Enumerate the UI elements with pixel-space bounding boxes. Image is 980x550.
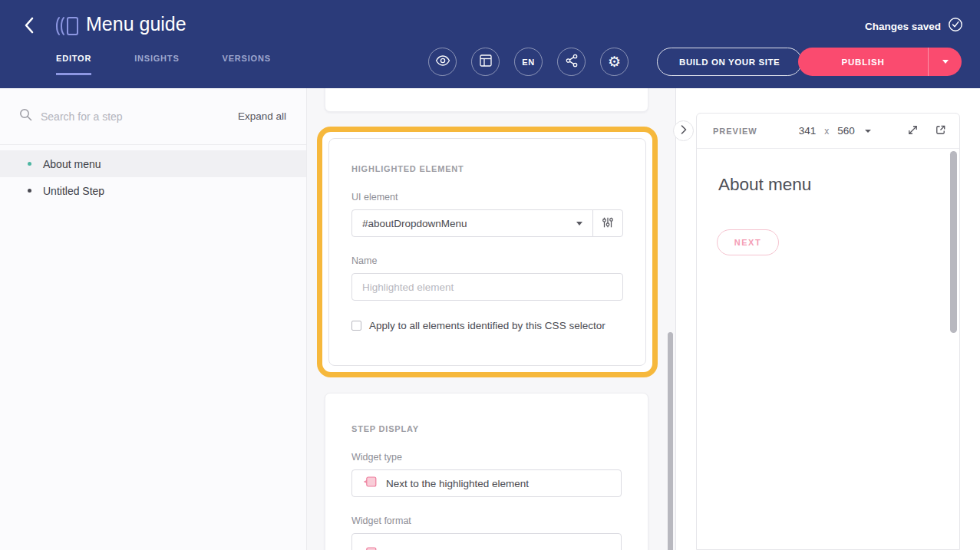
preview-step-title: About menu: [718, 175, 811, 195]
publish-button[interactable]: PUBLISH: [798, 48, 928, 76]
expand-preview-button[interactable]: [906, 124, 919, 139]
section-title: STEP DISPLAY: [351, 424, 622, 433]
header-actions: EN ⚙ BUILD ON YOUR SITE: [428, 48, 802, 76]
ui-element-label: UI element: [351, 192, 623, 203]
editor-scrollbar[interactable]: [668, 332, 673, 550]
step-label: Untitled Step: [43, 185, 104, 197]
chevron-down-icon: [576, 222, 582, 226]
tooltip-widget-icon: [362, 542, 378, 550]
tab-versions[interactable]: VERSIONS: [223, 54, 271, 75]
preview-header: PREVIEW 341 x 560: [697, 114, 959, 149]
widget-format-select[interactable]: [351, 533, 622, 550]
preview-title: PREVIEW: [713, 127, 757, 136]
step-item-about-menu[interactable]: About menu: [0, 150, 306, 177]
header: Menu guide Changes saved EDITOR INSIGHTS…: [0, 0, 980, 88]
page-title: Menu guide: [86, 13, 186, 35]
step-status-dot: [28, 162, 31, 166]
settings-button[interactable]: ⚙: [600, 48, 629, 76]
highlighted-element-card: HIGHLIGHTED ELEMENT UI element #aboutDro…: [328, 138, 646, 366]
widget-format-label: Widget format: [351, 515, 622, 526]
locale-badge: EN: [522, 58, 534, 67]
tab-editor[interactable]: EDITOR: [56, 54, 91, 75]
checkbox-unchecked[interactable]: [351, 321, 361, 331]
preview-height-value: 560: [837, 125, 855, 137]
check-circle-icon: [948, 17, 963, 35]
collapse-preview-button[interactable]: [673, 120, 694, 141]
save-status: Changes saved: [865, 17, 963, 35]
element-name-input[interactable]: [351, 273, 623, 301]
sliders-icon: [601, 216, 615, 232]
step-label: About menu: [43, 158, 101, 170]
search-icon: [19, 108, 32, 124]
expand-all-link[interactable]: Expand all: [238, 110, 286, 122]
layout-icon: [480, 54, 492, 69]
eye-icon: [435, 55, 450, 68]
dimension-separator: x: [824, 126, 829, 137]
widget-type-value: Next to the highlighted element: [386, 478, 611, 489]
editor-settings-panel: HIGHLIGHTED ELEMENT UI element #aboutDro…: [307, 88, 676, 550]
open-external-button[interactable]: [934, 124, 947, 139]
step-status-dot: [28, 189, 31, 193]
preview-panel: PREVIEW 341 x 560: [696, 113, 960, 550]
search-input[interactable]: [41, 110, 238, 123]
ui-element-select[interactable]: #aboutDropdownMenu: [351, 209, 593, 237]
tooltip-widget-icon: [362, 474, 378, 492]
chevron-right-icon: [681, 125, 687, 137]
preview-eye-button[interactable]: [428, 48, 457, 76]
name-label: Name: [351, 255, 623, 266]
chevron-down-icon: [942, 60, 949, 64]
ui-element-row: #aboutDropdownMenu: [351, 209, 623, 237]
chevron-down-icon: [865, 130, 871, 133]
share-icon: [566, 54, 578, 70]
header-tabs: EDITOR INSIGHTS VERSIONS: [56, 54, 271, 75]
preview-width-value: 341: [799, 125, 817, 137]
element-settings-button[interactable]: [592, 209, 623, 237]
section-title: HIGHLIGHTED ELEMENT: [351, 164, 623, 173]
share-button[interactable]: [557, 48, 586, 76]
step-item-untitled-step[interactable]: Untitled Step: [0, 177, 306, 204]
preview-header-icons: [906, 124, 947, 139]
save-status-text: Changes saved: [865, 21, 941, 32]
apply-all-label: Apply to all elements identified by this…: [369, 320, 605, 331]
tab-insights[interactable]: INSIGHTS: [134, 54, 179, 75]
widget-type-label: Widget type: [351, 452, 622, 463]
step-search-row: Expand all: [0, 88, 306, 145]
publish-button-group: PUBLISH: [798, 48, 962, 76]
guide-type-icon: [54, 14, 80, 41]
preview-next-button[interactable]: NEXT: [717, 229, 779, 255]
gear-icon: ⚙: [608, 54, 621, 69]
external-link-icon: [934, 124, 947, 139]
step-display-card: STEP DISPLAY Widget type Next to the hig…: [325, 393, 648, 550]
highlighted-element-frame: HIGHLIGHTED ELEMENT UI element #aboutDro…: [317, 127, 658, 377]
preview-dimensions-select[interactable]: 341 x 560: [799, 125, 871, 137]
step-list: About menu Untitled Step: [0, 145, 306, 204]
language-button[interactable]: EN: [514, 48, 543, 76]
ui-element-value: #aboutDropdownMenu: [362, 218, 576, 229]
preview-scrollbar[interactable]: [950, 151, 957, 333]
apply-all-checkbox-row[interactable]: Apply to all elements identified by this…: [351, 320, 623, 331]
previous-settings-card: [325, 88, 648, 112]
preview-body: About menu NEXT: [697, 149, 959, 550]
chevron-left-icon: [23, 16, 35, 37]
publish-dropdown-button[interactable]: [928, 48, 962, 76]
build-on-your-site-button[interactable]: BUILD ON YOUR SITE: [657, 48, 802, 76]
app-window: Menu guide Changes saved EDITOR INSIGHTS…: [0, 0, 980, 550]
layout-button[interactable]: [471, 48, 500, 76]
widget-type-select[interactable]: Next to the highlighted element: [351, 469, 622, 497]
expand-diagonal-icon: [906, 124, 919, 139]
steps-sidebar: Expand all About menu Untitled Step: [0, 88, 307, 550]
back-button[interactable]: [18, 15, 40, 37]
